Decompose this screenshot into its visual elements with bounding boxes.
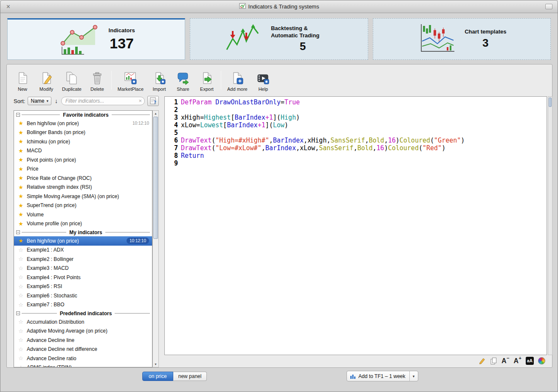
line-number: 7: [165, 144, 178, 152]
list-item[interactable]: ★Price Rate of Change (ROC): [14, 174, 152, 183]
font-decrease-button[interactable]: A−: [502, 357, 510, 365]
list-item[interactable]: ☆Adaptive Moving Average (on price): [14, 327, 152, 336]
favorite-star-icon[interactable]: ★: [18, 148, 24, 154]
font-toggle-button[interactable]: aA: [526, 357, 534, 365]
tab-indicators[interactable]: Indicators 137: [7, 18, 185, 60]
share-button[interactable]: Share: [173, 70, 193, 92]
list-item[interactable]: ★Price: [14, 165, 152, 174]
favorite-star-icon[interactable]: ★: [18, 203, 24, 208]
add-to-chart-dropdown[interactable]: Add to TF1 – 1 week ▾: [347, 371, 418, 381]
favorite-star-icon[interactable]: ★: [18, 221, 24, 227]
marketplace-button[interactable]: MarketPlace: [116, 70, 145, 92]
list-item[interactable]: ★Ichimoku (on price): [14, 137, 152, 146]
list-item[interactable]: ★Pivot points (on price): [14, 155, 152, 165]
list-item[interactable]: ★Ben high/low (on price)10:12:10: [14, 119, 152, 128]
dropdown-chevron-icon[interactable]: ▾: [410, 374, 418, 378]
duplicate-button[interactable]: Duplicate: [60, 70, 83, 92]
star-icon[interactable]: ☆: [18, 256, 24, 262]
collapse-section-button[interactable]: −: [16, 311, 20, 315]
list-item[interactable]: ★Volume profile (on price): [14, 219, 152, 229]
editor-scrollbar[interactable]: [548, 96, 552, 355]
edit-code-icon[interactable]: [479, 357, 486, 364]
star-icon[interactable]: ☆: [18, 302, 24, 308]
favorite-star-icon[interactable]: ★: [18, 238, 24, 244]
favorite-star-icon[interactable]: ★: [18, 175, 24, 181]
star-icon[interactable]: ☆: [18, 337, 24, 343]
scroll-up-arrow[interactable]: ▲: [153, 111, 158, 116]
favorite-star-icon[interactable]: ★: [18, 120, 24, 126]
list-item[interactable]: ☆Advance Decline net difference: [14, 345, 152, 354]
list-item[interactable]: ★Ben high/low (on price)10:12:10: [14, 236, 152, 246]
star-icon[interactable]: ☆: [18, 284, 24, 289]
favorite-star-icon[interactable]: ★: [18, 139, 24, 144]
favorite-star-icon[interactable]: ★: [18, 166, 24, 172]
list-item[interactable]: ★Bollinger Bands (on price): [14, 128, 152, 137]
star-icon[interactable]: ☆: [18, 328, 24, 334]
help-button[interactable]: Help: [254, 70, 273, 92]
clear-filter-icon[interactable]: ×: [138, 98, 142, 104]
modify-button[interactable]: Modify: [37, 70, 56, 92]
favorite-star-icon[interactable]: ★: [18, 185, 24, 190]
list-item[interactable]: ☆Accumulation Distribution: [14, 317, 152, 327]
export-button[interactable]: Export: [197, 70, 217, 92]
favorite-star-icon[interactable]: ★: [18, 157, 24, 162]
color-wheel-icon[interactable]: [538, 357, 545, 364]
list-item[interactable]: ☆Example1 : ADX: [14, 246, 152, 255]
collapse-section-button[interactable]: −: [16, 230, 20, 234]
star-icon[interactable]: ☆: [18, 274, 24, 280]
list-item[interactable]: ★Simple Moving Average (SMA) (on price): [14, 192, 152, 201]
section-divider: [112, 115, 150, 115]
new-panel-button[interactable]: new panel: [173, 372, 207, 381]
list-item[interactable]: ★MACD: [14, 146, 152, 156]
collapse-section-button[interactable]: −: [16, 113, 20, 117]
toolbar-separator: [111, 71, 112, 90]
list-item[interactable]: ☆Example7 : BBO: [14, 300, 152, 310]
scroll-down-arrow[interactable]: ▼: [153, 361, 158, 367]
favorite-star-icon[interactable]: ★: [18, 130, 24, 135]
new-button[interactable]: New: [13, 70, 32, 92]
star-icon[interactable]: ☆: [18, 365, 24, 367]
list-item[interactable]: ☆Advance Decline line: [14, 336, 152, 345]
favorite-star-icon[interactable]: ★: [18, 193, 24, 199]
star-icon[interactable]: ☆: [18, 356, 24, 361]
list-item[interactable]: ☆Example6 : Stochastic: [14, 291, 152, 300]
list-item[interactable]: ☆Example3 : MACD: [14, 264, 152, 273]
restore-button[interactable]: [545, 4, 552, 9]
star-icon[interactable]: ☆: [18, 319, 24, 325]
tab-backtesting[interactable]: Backtesting & Automatic Trading 5: [190, 18, 368, 60]
tab-chart-templates[interactable]: Chart templates 3: [373, 18, 551, 60]
list-item[interactable]: ★Volume: [14, 210, 152, 219]
close-button[interactable]: ×: [5, 3, 12, 10]
new-label: New: [18, 87, 27, 92]
copy-code-icon[interactable]: [490, 357, 497, 365]
star-icon[interactable]: ☆: [18, 347, 24, 352]
toolbar-separator: [221, 71, 221, 90]
filter-input[interactable]: [61, 97, 145, 105]
star-icon[interactable]: ☆: [18, 247, 24, 253]
font-increase-button[interactable]: A+: [513, 357, 521, 365]
duplicate-icon: [65, 71, 78, 85]
list-scrollbar[interactable]: ▲ ▼: [152, 110, 159, 367]
sort-direction-button[interactable]: ↓: [54, 98, 59, 104]
list-item[interactable]: ☆ARMS index (TRIN): [14, 363, 152, 368]
star-icon[interactable]: ☆: [18, 293, 24, 298]
on-price-button[interactable]: on price: [142, 372, 173, 381]
scrollbar-thumb[interactable]: [153, 117, 158, 239]
code-editor[interactable]: 123456789 DefParam DrawOnLastBarOnly=Tru…: [164, 96, 547, 355]
list-item[interactable]: ☆Example5 : RSI: [14, 282, 152, 291]
import-button[interactable]: Import: [149, 70, 169, 92]
delete-button[interactable]: Delete: [87, 70, 107, 92]
list-item[interactable]: ★Relative strength index (RSI): [14, 183, 152, 192]
list-item[interactable]: ☆Example4 : Pivot Points: [14, 273, 152, 282]
filter-help-button[interactable]: ?: [147, 96, 159, 106]
line-number: 3: [165, 114, 178, 121]
list-item[interactable]: ★SuperTrend (on price): [14, 201, 152, 210]
list-item[interactable]: ☆Example2 : Bollinger: [14, 255, 152, 264]
favorite-star-icon[interactable]: ★: [18, 212, 24, 217]
list-item[interactable]: ☆Advance Decline ratio: [14, 354, 152, 363]
help-label: Help: [258, 87, 268, 92]
addmore-button[interactable]: Add more: [225, 70, 249, 92]
star-icon[interactable]: ☆: [18, 266, 24, 271]
editor-scrollbar-thumb[interactable]: [549, 98, 552, 107]
sort-select[interactable]: Name ▾: [28, 97, 51, 105]
